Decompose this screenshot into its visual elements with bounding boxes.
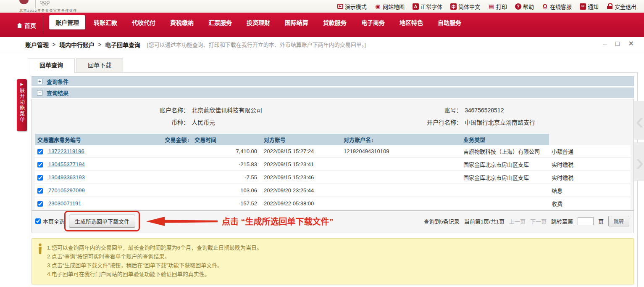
select-all-checkbox[interactable] [35, 218, 41, 224]
table-row: 130493363193-7.552022/09/15 15:23:46国家金库… [35, 171, 631, 184]
prev-page-button[interactable]: 上一页 [509, 217, 526, 225]
row-checkbox[interactable] [37, 149, 43, 154]
row-checkbox[interactable] [37, 175, 43, 181]
expand-icon[interactable]: + [37, 79, 42, 84]
next-page-button[interactable]: 下一页 [530, 217, 547, 225]
amount-cell: -215.83 [192, 158, 261, 171]
serial-link[interactable]: 23030071191 [48, 200, 81, 207]
breadcrumb-item[interactable]: 境内中行账户 [59, 40, 95, 49]
account-number-label: 账号： [372, 106, 465, 115]
logo-divider [35, 0, 36, 8]
row-checkbox[interactable] [37, 188, 43, 194]
online-service-icon [542, 3, 548, 10]
topbar-item-label: 安全退出 [615, 3, 636, 11]
nav-item[interactable]: 代收代付 [126, 15, 162, 29]
breadcrumb-item[interactable]: 账户管理 [25, 40, 49, 49]
jump-page-input[interactable] [578, 217, 594, 225]
tab-receipt-query[interactable]: 回单查询 [28, 58, 75, 73]
column-header-label: 客户业务编号 [48, 137, 81, 143]
query-results-label[interactable]: 查询结果 [47, 89, 68, 97]
topbar-item[interactable]: 演示模式 [337, 3, 367, 11]
row-checkbox[interactable] [37, 201, 43, 207]
account-name-value: 北京蓝欣佳讯科技有限公司 [192, 106, 372, 115]
counter-account-cell [341, 197, 461, 210]
topbar-item-label: 网站地图 [383, 3, 405, 11]
breadcrumb-separator: > [53, 42, 55, 48]
time-cell: 2022/09/22 05:38:00 [261, 197, 341, 210]
currency-label: 币种： [32, 118, 192, 127]
generate-download-file-button[interactable]: 生成所选回单下载文件 [69, 215, 135, 228]
maximize-icon[interactable]: □ [615, 40, 620, 48]
tab-receipt-download[interactable]: 回单下载 [76, 58, 123, 72]
nav-item[interactable]: 费税缴纳 [164, 15, 200, 29]
minimize-icon[interactable]: – [603, 40, 607, 48]
nav-item[interactable]: 汇票服务 [202, 15, 238, 29]
topbar-item[interactable]: 正常字体 [413, 3, 442, 11]
serial-cell: 130455377194 [46, 158, 117, 171]
jump-prefix-label: 跳转至第 [551, 217, 573, 225]
topbar-item[interactable]: 打印 [488, 3, 507, 11]
jump-button[interactable]: 跳转 [608, 216, 629, 226]
nav-item-home[interactable]: 首页 [17, 20, 36, 30]
nav-item[interactable]: 贷款服务 [317, 15, 353, 29]
sitemap-icon [375, 3, 381, 10]
nav-item[interactable]: 地区特色 [393, 15, 429, 29]
breadcrumb-item[interactable]: 电子回单查询 [105, 40, 140, 49]
serial-link[interactable]: 770105297099 [48, 187, 85, 194]
notice-line: 2.点击“查询”按钮可实时查看单个账户的查询结果。 [47, 252, 262, 261]
query-conditions-label[interactable]: 查询条件 [47, 77, 68, 85]
nav-item[interactable]: 电子商务 [355, 15, 391, 29]
collapse-icon[interactable]: − [37, 90, 42, 96]
column-header: 交易金额↕ [117, 134, 192, 145]
nav-home-label: 首页 [24, 21, 36, 29]
topbar-item[interactable]: 安全退出 [607, 3, 636, 11]
column-header: 交易流水号↕ [35, 134, 46, 145]
serial-link[interactable]: 130493363193 [48, 174, 85, 181]
row-checkbox-cell [35, 158, 46, 171]
topbar-item[interactable]: 简体中文 [450, 3, 480, 11]
table-header-row: 交易流水号↕客户业务编号交易金额↕交易时间对方账号对方账户名↕业务类型 [35, 134, 631, 145]
bank-branch-label: 开户行名称： [372, 118, 465, 127]
main-navbar: 首页 账户管理转账汇款代收代付费税缴纳汇票服务投资理财国际结算贷款服务电子商务地… [0, 13, 644, 37]
breadcrumb-row: 账户管理>境内中行账户>电子回单查询 [您可以通过本功能查询、打印和下载在我行开… [0, 37, 644, 52]
expand-menu-label: 展开功能菜单 [18, 88, 26, 123]
nav-item[interactable]: 转账汇款 [87, 15, 124, 29]
olympic-partner-text: 北京2022年冬奥会官方合作伙伴 [19, 8, 116, 13]
expand-menu-ribbon[interactable]: ▶ 展开功能菜单 [17, 79, 27, 131]
carousel-prev-edge[interactable]: ‹ [634, 101, 644, 140]
topbar-item[interactable]: 帮助 [515, 3, 534, 11]
nav-item[interactable]: 自助服务 [431, 15, 468, 29]
column-header-label: 对方账户名 [344, 137, 371, 143]
topbar-item-label: 正常字体 [421, 3, 442, 11]
sort-icon[interactable]: ↕ [371, 138, 374, 143]
type-cell: 收费 [549, 197, 631, 210]
nav-item[interactable]: 账户管理 [49, 15, 85, 29]
select-all-label: 本页全选 [43, 217, 65, 225]
type-cell: 结息 [549, 184, 631, 197]
serial-cell: 770105297099 [46, 184, 117, 197]
serial-link[interactable]: 137223119196 [48, 148, 84, 154]
nav-divider [43, 15, 43, 33]
info-icon [38, 243, 42, 255]
close-icon[interactable]: ✕ [628, 40, 634, 48]
table-row: 770105297099103.062022/09/20 23:25:44结息 [35, 184, 631, 197]
carousel-next-edge[interactable]: › [634, 142, 644, 181]
type-cell: 实时缴税 [549, 158, 631, 171]
column-header: 业务类型 [461, 134, 549, 145]
amount-cell: 7,410.00 [192, 145, 261, 158]
transactions-table: 交易流水号↕客户业务编号交易金额↕交易时间对方账号对方账户名↕业务类型 1372… [35, 134, 631, 210]
nav-item[interactable]: 国际结算 [279, 15, 315, 29]
amount-cell: 103.06 [192, 184, 261, 197]
chevron-right-icon: › [636, 148, 644, 176]
breadcrumb: 账户管理>境内中行账户>电子回单查询 [25, 40, 140, 49]
sort-icon[interactable]: ↕ [187, 138, 190, 143]
topbar-item-label: 通知 [588, 3, 599, 11]
tab-strip: 回单查询 回单下载 [28, 58, 638, 72]
row-checkbox[interactable] [37, 162, 43, 167]
serial-link[interactable]: 130455377194 [48, 161, 85, 167]
topbar-item-label: 简体中文 [458, 3, 480, 11]
topbar-item[interactable]: 在线客服 [542, 3, 572, 11]
topbar-item[interactable]: 通知 [580, 3, 599, 11]
topbar-item[interactable]: 网站地图 [375, 3, 405, 11]
nav-item[interactable]: 投资理财 [240, 15, 276, 29]
